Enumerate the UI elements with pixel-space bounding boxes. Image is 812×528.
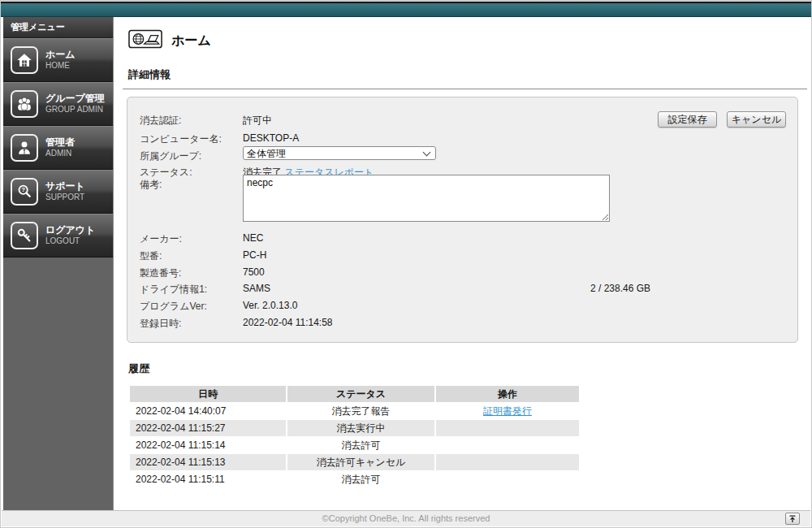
registered-datetime-label: 登録日時: — [140, 317, 181, 331]
support-icon: ? — [11, 178, 38, 206]
history-row: 2022-02-04 11:15:11 消去許可 — [130, 471, 579, 487]
serial-label: 製造番号: — [140, 266, 181, 280]
key-icon — [11, 222, 38, 249]
footer: ©Copyright OneBe, Inc. All rights reserv… — [2, 510, 810, 526]
sidebar-item-logout[interactable]: ログアウト LOGOUT — [3, 214, 113, 258]
sidebar-item-sublabel: GROUP ADMIN — [45, 105, 105, 115]
sidebar: 管理メニュー ホーム HOME — [3, 17, 114, 513]
erase-auth-label: 消去認証: — [140, 114, 181, 128]
drive-info-label: ドライブ情報1: — [140, 283, 207, 296]
home-icon — [11, 46, 38, 74]
history-status-cell: 消去許可 — [287, 471, 434, 487]
sidebar-item-sublabel: HOME — [45, 61, 76, 71]
sidebar-item-label: 管理者 — [45, 136, 75, 149]
history-row: 2022-02-04 11:15:27 消去実行中 — [130, 420, 579, 436]
remarks-textarea[interactable]: necpc — [243, 175, 610, 222]
history-datetime-cell: 2022-02-04 11:15:11 — [130, 471, 286, 487]
computer-name-value: DESKTOP-A — [243, 132, 299, 144]
history-datetime-cell: 2022-02-04 14:40:07 — [130, 403, 286, 419]
page: 管理メニュー ホーム HOME — [0, 0, 812, 528]
page-title-row: ホーム — [128, 29, 211, 52]
sidebar-item-home[interactable]: ホーム HOME — [3, 38, 113, 82]
top-teal-bar — [1, 3, 811, 17]
sidebar-item-sublabel: SUPPORT — [45, 193, 85, 203]
history-header-row: 日時 ステータス 操作 — [130, 386, 579, 402]
globe-laptop-icon — [128, 29, 162, 52]
drive-info-value: SAMS 2 / 238.46 GB — [243, 283, 785, 294]
computer-name-label: コンピューター名: — [140, 132, 222, 146]
history-datetime-cell: 2022-02-04 11:15:14 — [130, 437, 286, 453]
sidebar-item-group-admin[interactable]: グループ管理 GROUP ADMIN — [3, 82, 113, 126]
history-status-cell: 消去許可キャンセル — [287, 454, 434, 470]
history-row: 2022-02-04 11:15:13 消去許可キャンセル — [130, 454, 579, 470]
admin-icon — [11, 134, 38, 162]
sidebar-item-label: ログアウト — [45, 224, 95, 236]
history-status-cell: 消去許可 — [287, 437, 434, 453]
history-col-action: 操作 — [436, 386, 579, 402]
copyright-text: ©Copyright OneBe, Inc. All rights reserv… — [2, 511, 810, 526]
group-select[interactable]: 全体管理 — [243, 146, 436, 160]
history-datetime-cell: 2022-02-04 11:15:27 — [130, 420, 286, 436]
history-status-cell: 消去実行中 — [287, 420, 434, 436]
save-settings-button[interactable]: 設定保存 — [658, 111, 717, 128]
history-table: 日時 ステータス 操作 2022-02-04 14:40:07 消去完了報告 証… — [128, 385, 581, 488]
remarks-label: 備考: — [140, 178, 162, 192]
group-select-wrap: 全体管理 — [243, 146, 436, 160]
history-col-status: ステータス — [287, 386, 434, 402]
history-action-cell — [436, 454, 579, 470]
certificate-issue-link[interactable]: 証明書発行 — [483, 405, 532, 417]
history-action-cell — [436, 437, 579, 453]
registered-datetime-value: 2022-02-04 11:14:58 — [243, 317, 333, 328]
erase-auth-value: 許可中 — [243, 114, 272, 128]
history-datetime-cell: 2022-02-04 11:15:13 — [130, 454, 286, 470]
model-value: PC-H — [243, 249, 266, 261]
sidebar-item-label: ホーム — [45, 49, 76, 61]
drive-info-value-left: SAMS — [243, 283, 270, 294]
sidebar-item-support[interactable]: ? サポート SUPPORT — [3, 170, 113, 214]
svg-text:?: ? — [21, 186, 25, 193]
sidebar-item-admin[interactable]: 管理者 ADMIN — [3, 126, 113, 170]
history-status-cell: 消去完了報告 — [287, 403, 434, 419]
program-version-label: プログラムVer: — [140, 300, 207, 314]
history-action-cell — [436, 471, 579, 487]
program-version-value: Ver. 2.0.13.0 — [243, 300, 297, 311]
scroll-to-top-icon — [788, 515, 797, 523]
model-label: 型番: — [140, 249, 162, 263]
page-title: ホーム — [171, 32, 211, 50]
sidebar-item-sublabel: ADMIN — [45, 149, 75, 159]
history-section-heading: 履歴 — [128, 361, 149, 376]
cancel-button[interactable]: キャンセル — [727, 111, 786, 128]
history-row: 2022-02-04 11:15:14 消去許可 — [130, 437, 579, 453]
sidebar-item-sublabel: LOGOUT — [45, 236, 95, 247]
maker-value: NEC — [243, 232, 263, 244]
sidebar-item-label: サポート — [45, 180, 85, 193]
sidebar-title: 管理メニュー — [3, 17, 113, 38]
detail-section-heading: 詳細情報 — [123, 67, 807, 89]
serial-value: 7500 — [243, 266, 265, 278]
history-row: 2022-02-04 14:40:07 消去完了報告 証明書発行 — [130, 403, 579, 419]
group-label: 所属グループ: — [140, 149, 201, 163]
group-icon — [11, 90, 38, 118]
history-action-cell: 証明書発行 — [436, 403, 579, 419]
history-action-cell — [436, 420, 579, 436]
maker-label: メーカー: — [140, 232, 182, 246]
history-col-datetime: 日時 — [130, 386, 286, 402]
sidebar-item-label: グループ管理 — [45, 93, 105, 105]
scroll-to-top-button[interactable] — [785, 513, 800, 525]
detail-panel: 設定保存 キャンセル 消去認証: 許可中 コンピューター名: DESKTOP-A… — [127, 97, 798, 343]
drive-info-value-right: 2 / 238.46 GB — [590, 283, 650, 294]
